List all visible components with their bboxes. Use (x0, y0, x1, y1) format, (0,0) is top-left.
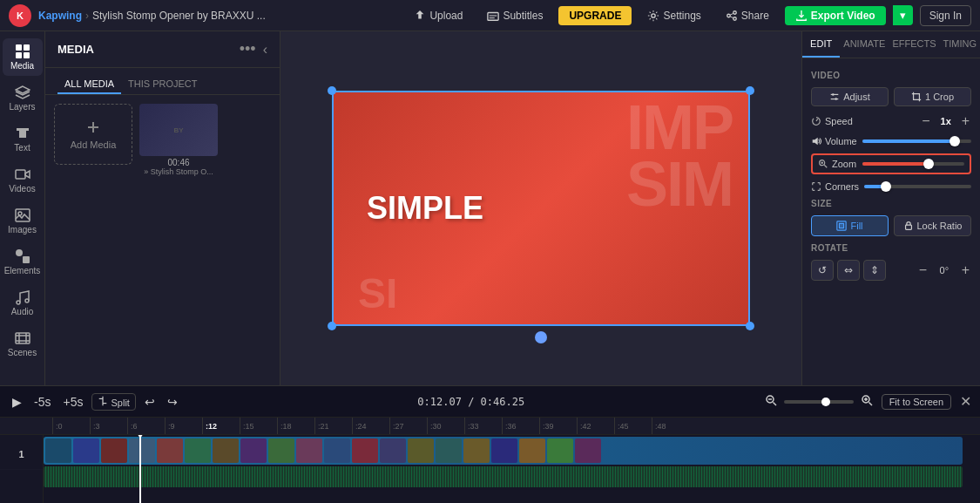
right-panel: EDIT ANIMATE EFFECTS TIMING VIDEO Adjust… (801, 31, 980, 385)
video-section-label: VIDEO (811, 71, 971, 80)
close-timeline-button[interactable]: ✕ (960, 393, 971, 410)
play-button[interactable]: ▶ (9, 393, 25, 411)
svg-line-44 (868, 403, 872, 406)
media-more-button[interactable]: ••• (240, 40, 256, 58)
sidebar-item-images[interactable]: Images (3, 202, 43, 240)
media-panel-header: MEDIA ••• ‹ (45, 31, 280, 68)
ruler-mark: :33 (464, 418, 502, 434)
ruler-mark: :27 (389, 418, 427, 434)
volume-row: Volume (811, 136, 971, 146)
image-icon (15, 207, 30, 223)
ruler-mark: :36 (502, 418, 539, 434)
track-labels: 1 (0, 435, 44, 503)
handle-top-right[interactable] (746, 86, 754, 95)
media-thumbnail[interactable]: BY 00:46 » Stylish Stomp O... (139, 104, 218, 176)
fill-button[interactable]: Fill (811, 215, 889, 236)
upload-button[interactable]: Upload (405, 6, 471, 25)
speed-decrease-button[interactable]: − (920, 113, 931, 129)
adjust-button[interactable]: Adjust (811, 87, 889, 106)
audio-waveform (44, 466, 963, 487)
zoom-in-button[interactable] (857, 392, 876, 411)
undo-button[interactable]: ↩ (141, 393, 159, 411)
signin-button[interactable]: Sign In (920, 5, 971, 26)
canvas-area: IMPSIM SIMPLE SI (280, 31, 801, 385)
rotate-increase-button[interactable]: + (960, 262, 971, 278)
ruler-mark: :42 (577, 418, 614, 434)
svg-point-16 (16, 249, 23, 256)
lock-ratio-button[interactable]: Lock Ratio (894, 215, 971, 236)
sidebar-item-layers[interactable]: Layers (3, 79, 43, 117)
canvas-wrapper[interactable]: IMPSIM SIMPLE SI (332, 91, 750, 326)
svg-point-3 (652, 13, 655, 17)
media-tabs: ALL MEDIA THIS PROJECT (45, 68, 280, 95)
rotate-ccw-button[interactable]: ↺ (811, 260, 834, 281)
timeline-zoom-slider[interactable] (784, 400, 854, 404)
project-title[interactable]: Stylish Stomp Opener by BRAXXU ... (92, 10, 266, 22)
sidebar-item-videos[interactable]: Videos (3, 161, 43, 199)
split-button[interactable]: Split (91, 393, 135, 411)
rewind-5s-button[interactable]: -5s (30, 393, 54, 411)
clip-frame (575, 438, 601, 463)
topbar: K Kapwing › Stylish Stomp Opener by BRAX… (0, 0, 980, 31)
crop-button[interactable]: 1 Crop (894, 87, 971, 106)
lock-icon (903, 221, 914, 231)
tab-animate[interactable]: ANIMATE (840, 31, 889, 58)
clip-frame (547, 438, 573, 463)
ruler-mark: :30 (427, 418, 464, 434)
media-duration: 00:46 (139, 158, 218, 167)
rotate-value: 0° (932, 265, 956, 275)
zoom-out-button[interactable] (761, 392, 781, 411)
brand-logo: K (9, 4, 31, 27)
volume-label: Volume (811, 136, 857, 146)
corners-slider[interactable] (864, 185, 971, 188)
zoom-slider[interactable] (862, 162, 964, 166)
flip-v-button[interactable]: ⇕ (863, 260, 886, 281)
settings-button[interactable]: Settings (639, 6, 709, 25)
media-tab-project[interactable]: THIS PROJECT (121, 75, 204, 94)
export-button[interactable]: Export Video (785, 6, 886, 25)
redo-button[interactable]: ↪ (164, 393, 181, 411)
sidebar-item-scenes[interactable]: Scenes (3, 325, 43, 363)
speed-increase-button[interactable]: + (960, 113, 971, 129)
svg-rect-13 (16, 170, 25, 179)
export-dropdown-button[interactable]: ▾ (893, 5, 913, 25)
svg-line-7 (730, 13, 733, 15)
sidebar-item-text[interactable]: Text (3, 120, 43, 158)
svg-rect-17 (23, 256, 30, 263)
media-panel-close-button[interactable]: ‹ (263, 42, 267, 58)
sidebar-item-media[interactable]: Media (3, 38, 43, 76)
tab-edit[interactable]: EDIT (802, 31, 840, 58)
brand-name[interactable]: Kapwing (38, 10, 82, 22)
handle-top-left[interactable] (328, 86, 336, 95)
rotate-handle[interactable] (535, 331, 547, 343)
flip-h-button[interactable]: ⇔ (837, 260, 860, 281)
forward-5s-button[interactable]: +5s (59, 393, 86, 411)
handle-bottom-right[interactable] (746, 322, 754, 330)
upgrade-button[interactable]: UPGRADE (558, 6, 632, 25)
fit-to-screen-button[interactable]: Fit to Screen (882, 394, 951, 410)
svg-point-19 (25, 299, 29, 302)
audio-track (44, 466, 963, 487)
timeline-ruler: :0 :3 :6 :9 :12 :15 :18 :21 :24 :27 :30 … (0, 418, 980, 435)
media-tab-all[interactable]: ALL MEDIA (57, 75, 121, 94)
text-icon (15, 126, 30, 141)
sidebar-item-audio[interactable]: Audio (3, 284, 43, 322)
add-media-button[interactable]: Add Media (54, 104, 132, 165)
grid-icon (15, 44, 30, 59)
sidebar-item-elements[interactable]: Elements (3, 243, 43, 281)
volume-icon (811, 136, 821, 146)
video-clip[interactable] (44, 437, 963, 465)
volume-slider[interactable] (862, 139, 971, 143)
tab-timing[interactable]: TIMING (940, 31, 981, 58)
clip-frame (380, 438, 406, 463)
rotate-decrease-button[interactable]: − (917, 262, 929, 278)
subtitles-button[interactable]: Subtitles (478, 6, 551, 25)
share-button[interactable]: Share (717, 6, 778, 25)
tracks-area[interactable] (44, 435, 980, 503)
main-layout: Media Layers Text Videos Images Elements… (0, 31, 980, 385)
handle-bottom-left[interactable] (328, 322, 336, 330)
tab-effects[interactable]: EFFECTS (889, 31, 939, 58)
playhead[interactable] (139, 435, 141, 503)
speed-row: Speed − 1x + (811, 113, 971, 129)
media-content: Add Media BY 00:46 » Stylish Stomp O... (45, 95, 280, 185)
